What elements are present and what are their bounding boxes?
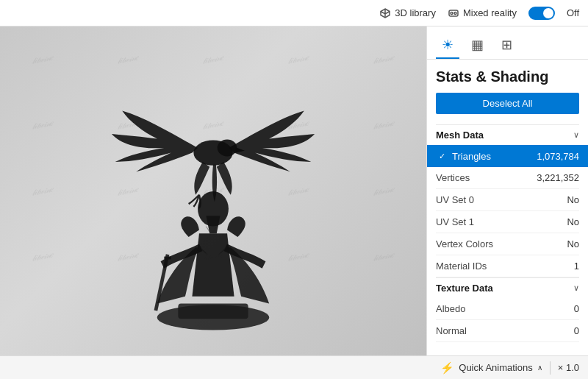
3d-library-button[interactable]: 3D library: [379, 7, 436, 19]
main-content: 𝓁𝒾𝓉𝓌𝒾𝓃𝑒 𝓁𝒾𝓉𝓌𝒾𝓃𝑒 𝓁𝒾𝓉𝓌𝒾𝓃𝑒 𝓁𝒾𝓉𝓌𝒾𝓃𝑒 𝓁𝒾𝓉𝓌𝒾𝓃𝑒 …: [0, 26, 588, 355]
uvset0-label: UV Set 0: [436, 194, 474, 205]
uvset1-label: UV Set 1: [436, 216, 474, 227]
top-bar-items: 3D library Mixed reality Off: [379, 7, 579, 20]
cube-icon: [379, 7, 391, 19]
quick-animations-button[interactable]: ⚡ Quick Animations ∧: [440, 361, 542, 375]
svg-rect-4: [178, 303, 248, 319]
albedo-value: 0: [574, 303, 579, 314]
uvset0-value: No: [567, 194, 579, 205]
watermark-16: 𝓁𝒾𝓉𝓌𝒾𝓃𝑒: [0, 217, 90, 297]
vertex-colors-row: Vertex Colors No: [436, 233, 579, 255]
viewport[interactable]: 𝓁𝒾𝓉𝓌𝒾𝓃𝑒 𝓁𝒾𝓉𝓌𝒾𝓃𝑒 𝓁𝒾𝓉𝓌𝒾𝓃𝑒 𝓁𝒾𝓉𝓌𝒾𝓃𝑒 𝓁𝒾𝓉𝓌𝒾𝓃𝑒 …: [0, 26, 426, 355]
mesh-data-label: Mesh Data: [436, 130, 484, 141]
off-label: Off: [567, 7, 579, 18]
svg-point-2: [454, 12, 456, 14]
texture-data-label: Texture Data: [436, 283, 493, 294]
panel-content: Stats & Shading Deselect All Mesh Data ∨…: [427, 60, 588, 355]
model-container: [96, 37, 331, 346]
panel-title: Stats & Shading: [436, 68, 579, 85]
chart-icon: ▦: [471, 38, 484, 52]
bottom-divider: [550, 361, 551, 375]
watermark-15: 𝓁𝒾𝓉𝓌𝒾𝓃𝑒: [336, 151, 426, 230]
mixed-reality-icon: [448, 7, 459, 19]
triangles-value: 1,073,784: [537, 151, 579, 162]
material-ids-label: Material IDs: [436, 261, 487, 272]
mesh-chevron-icon: ∨: [573, 130, 579, 140]
right-panel: ☀ ▦ ⊞ Stats & Shading Deselect All Mesh …: [426, 26, 588, 355]
uvset1-row: UV Set 1 No: [436, 211, 579, 233]
texture-chevron-icon: ∨: [573, 283, 579, 293]
mixed-reality-button[interactable]: Mixed reality: [448, 7, 517, 19]
bottom-bar: ⚡ Quick Animations ∧ × 1.0: [0, 355, 588, 379]
watermark-10: 𝓁𝒾𝓉𝓌𝒾𝓃𝑒: [336, 85, 426, 165]
quick-animations-icon: ⚡: [440, 361, 454, 375]
panel-tabs: ☀ ▦ ⊞: [427, 26, 588, 60]
triangles-label: Triangles: [436, 150, 491, 162]
sun-icon: ☀: [442, 38, 453, 52]
vertex-colors-value: No: [567, 238, 579, 249]
triangles-checkbox[interactable]: [436, 150, 448, 162]
vertices-value: 3,221,352: [537, 172, 579, 183]
uvset1-value: No: [567, 216, 579, 227]
tab-grid[interactable]: ⊞: [495, 32, 518, 59]
vertices-row: Vertices 3,221,352: [436, 167, 579, 189]
material-ids-value: 1: [574, 261, 579, 272]
mesh-data-section-header[interactable]: Mesh Data ∨: [436, 124, 579, 145]
svg-point-5: [198, 191, 229, 227]
material-ids-row: Material IDs 1: [436, 255, 579, 277]
triangles-row[interactable]: Triangles 1,073,784: [427, 145, 588, 167]
model-svg: [103, 44, 323, 339]
svg-point-1: [451, 12, 453, 14]
texture-data-section-header[interactable]: Texture Data ∨: [436, 277, 579, 298]
3d-library-label: 3D library: [395, 7, 436, 18]
albedo-row: Albedo 0: [436, 298, 579, 320]
mixed-reality-label: Mixed reality: [463, 7, 517, 18]
watermark-20: 𝓁𝒾𝓉𝓌𝒾𝓃𝑒: [336, 217, 426, 297]
vertices-label: Vertices: [436, 172, 470, 183]
normal-row: Normal 0: [436, 320, 579, 342]
watermark-5: 𝓁𝒾𝓉𝓌𝒾𝓃𝑒: [336, 26, 426, 99]
watermark-11: 𝓁𝒾𝓉𝓌𝒾𝓃𝑒: [0, 151, 90, 230]
tab-sun[interactable]: ☀: [436, 32, 459, 59]
vertex-colors-label: Vertex Colors: [436, 238, 493, 249]
uvset0-row: UV Set 0 No: [436, 189, 579, 211]
tab-chart[interactable]: ▦: [465, 32, 490, 59]
deselect-all-button[interactable]: Deselect All: [436, 93, 579, 114]
watermark-6: 𝓁𝒾𝓉𝓌𝒾𝓃𝑒: [0, 85, 90, 165]
watermark-1: 𝓁𝒾𝓉𝓌𝒾𝓃𝑒: [0, 26, 90, 99]
albedo-label: Albedo: [436, 303, 465, 314]
zoom-value: × 1.0: [558, 362, 579, 373]
normal-value: 0: [574, 325, 579, 336]
normal-label: Normal: [436, 325, 467, 336]
grid-icon: ⊞: [501, 38, 512, 52]
quick-animations-label: Quick Animations: [459, 362, 532, 373]
mixed-reality-toggle[interactable]: [528, 7, 555, 20]
top-bar: 3D library Mixed reality Off: [0, 0, 588, 26]
chevron-up-icon: ∧: [537, 364, 542, 372]
